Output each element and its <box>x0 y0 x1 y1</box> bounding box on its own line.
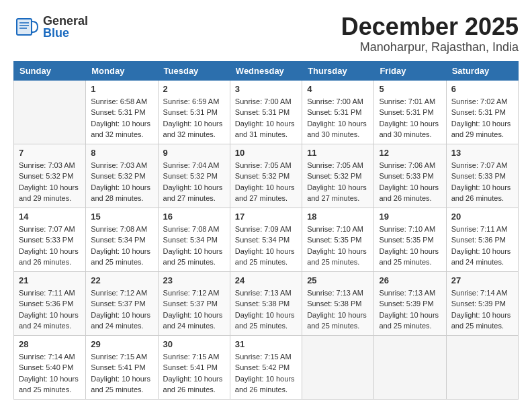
day-info: Sunrise: 7:08 AMSunset: 5:34 PMDaylight:… <box>163 224 225 268</box>
day-number: 12 <box>379 148 441 158</box>
day-number: 11 <box>307 148 369 158</box>
calendar-cell: 23Sunrise: 7:12 AMSunset: 5:37 PMDayligh… <box>158 271 230 335</box>
day-info: Sunrise: 7:02 AMSunset: 5:31 PMDaylight:… <box>451 96 513 140</box>
col-header-friday: Friday <box>374 61 446 80</box>
day-number: 25 <box>307 275 369 285</box>
calendar-week-row: 14Sunrise: 7:07 AMSunset: 5:33 PMDayligh… <box>14 208 519 271</box>
day-number: 13 <box>451 148 513 158</box>
day-info: Sunrise: 7:08 AMSunset: 5:34 PMDaylight:… <box>91 224 152 268</box>
day-number: 2 <box>163 84 225 94</box>
day-info: Sunrise: 7:13 AMSunset: 5:38 PMDaylight:… <box>235 287 297 332</box>
calendar-cell: 26Sunrise: 7:13 AMSunset: 5:39 PMDayligh… <box>374 271 446 335</box>
svg-rect-1 <box>17 19 32 35</box>
calendar-table: SundayMondayTuesdayWednesdayThursdayFrid… <box>13 61 519 400</box>
calendar-cell: 20Sunrise: 7:11 AMSunset: 5:36 PMDayligh… <box>446 208 518 271</box>
day-number: 22 <box>91 275 152 285</box>
calendar-cell <box>302 335 374 399</box>
day-number: 19 <box>379 212 441 222</box>
col-header-thursday: Thursday <box>302 61 374 80</box>
calendar-cell: 25Sunrise: 7:13 AMSunset: 5:38 PMDayligh… <box>302 271 374 335</box>
calendar-cell: 4Sunrise: 7:00 AMSunset: 5:31 PMDaylight… <box>302 80 374 144</box>
day-number: 10 <box>235 148 297 158</box>
day-number: 29 <box>91 339 152 349</box>
day-number: 15 <box>91 212 152 222</box>
logo-blue-text: Blue <box>43 27 88 39</box>
day-number: 24 <box>235 275 297 285</box>
page-header: General Blue December 2025 Manoharpur, R… <box>13 13 519 54</box>
day-info: Sunrise: 7:11 AMSunset: 5:36 PMDaylight:… <box>451 224 513 268</box>
day-info: Sunrise: 7:07 AMSunset: 5:33 PMDaylight:… <box>19 224 81 268</box>
col-header-wednesday: Wednesday <box>230 61 302 80</box>
calendar-cell: 7Sunrise: 7:03 AMSunset: 5:32 PMDaylight… <box>14 144 86 208</box>
logo-text: General Blue <box>43 15 88 39</box>
calendar-cell: 1Sunrise: 6:58 AMSunset: 5:31 PMDaylight… <box>86 80 158 144</box>
calendar-cell: 31Sunrise: 7:15 AMSunset: 5:42 PMDayligh… <box>230 335 302 399</box>
calendar-cell: 15Sunrise: 7:08 AMSunset: 5:34 PMDayligh… <box>86 208 158 271</box>
day-number: 26 <box>379 275 441 285</box>
day-info: Sunrise: 7:13 AMSunset: 5:38 PMDaylight:… <box>307 287 369 332</box>
calendar-week-row: 21Sunrise: 7:11 AMSunset: 5:36 PMDayligh… <box>14 271 519 335</box>
day-number: 4 <box>307 84 369 94</box>
calendar-cell: 16Sunrise: 7:08 AMSunset: 5:34 PMDayligh… <box>158 208 230 271</box>
day-info: Sunrise: 7:09 AMSunset: 5:34 PMDaylight:… <box>235 224 297 268</box>
calendar-cell: 28Sunrise: 7:14 AMSunset: 5:40 PMDayligh… <box>14 335 86 399</box>
day-number: 7 <box>19 148 81 158</box>
day-info: Sunrise: 6:59 AMSunset: 5:31 PMDaylight:… <box>163 96 225 140</box>
day-number: 30 <box>163 339 225 349</box>
col-header-saturday: Saturday <box>446 61 518 80</box>
day-info: Sunrise: 7:05 AMSunset: 5:32 PMDaylight:… <box>307 160 369 204</box>
day-number: 16 <box>163 212 225 222</box>
day-info: Sunrise: 7:13 AMSunset: 5:39 PMDaylight:… <box>379 287 441 332</box>
calendar-cell: 6Sunrise: 7:02 AMSunset: 5:31 PMDaylight… <box>446 80 518 144</box>
day-number: 8 <box>91 148 152 158</box>
calendar-cell: 3Sunrise: 7:00 AMSunset: 5:31 PMDaylight… <box>230 80 302 144</box>
day-number: 6 <box>451 84 513 94</box>
calendar-cell: 29Sunrise: 7:15 AMSunset: 5:41 PMDayligh… <box>86 335 158 399</box>
day-info: Sunrise: 7:11 AMSunset: 5:36 PMDaylight:… <box>19 287 81 332</box>
calendar-header-row: SundayMondayTuesdayWednesdayThursdayFrid… <box>14 61 519 80</box>
day-info: Sunrise: 7:12 AMSunset: 5:37 PMDaylight:… <box>91 287 152 332</box>
day-number: 18 <box>307 212 369 222</box>
day-number: 23 <box>163 275 225 285</box>
calendar-cell: 11Sunrise: 7:05 AMSunset: 5:32 PMDayligh… <box>302 144 374 208</box>
calendar-cell: 19Sunrise: 7:10 AMSunset: 5:35 PMDayligh… <box>374 208 446 271</box>
day-number: 20 <box>451 212 513 222</box>
day-info: Sunrise: 7:04 AMSunset: 5:32 PMDaylight:… <box>163 160 225 204</box>
day-info: Sunrise: 7:15 AMSunset: 5:41 PMDaylight:… <box>91 351 152 396</box>
calendar-cell <box>374 335 446 399</box>
calendar-cell: 24Sunrise: 7:13 AMSunset: 5:38 PMDayligh… <box>230 271 302 335</box>
calendar-cell: 10Sunrise: 7:05 AMSunset: 5:32 PMDayligh… <box>230 144 302 208</box>
day-info: Sunrise: 7:00 AMSunset: 5:31 PMDaylight:… <box>235 96 297 140</box>
calendar-week-row: 28Sunrise: 7:14 AMSunset: 5:40 PMDayligh… <box>14 335 519 399</box>
day-info: Sunrise: 7:10 AMSunset: 5:35 PMDaylight:… <box>379 224 441 268</box>
day-info: Sunrise: 7:06 AMSunset: 5:33 PMDaylight:… <box>379 160 441 204</box>
calendar-cell: 21Sunrise: 7:11 AMSunset: 5:36 PMDayligh… <box>14 271 86 335</box>
day-number: 21 <box>19 275 81 285</box>
calendar-cell <box>14 80 86 144</box>
day-info: Sunrise: 7:03 AMSunset: 5:32 PMDaylight:… <box>19 160 81 204</box>
logo-general-text: General <box>43 15 88 27</box>
day-number: 1 <box>91 84 152 94</box>
day-info: Sunrise: 7:01 AMSunset: 5:31 PMDaylight:… <box>379 96 441 140</box>
day-number: 9 <box>163 148 225 158</box>
calendar-cell: 22Sunrise: 7:12 AMSunset: 5:37 PMDayligh… <box>86 271 158 335</box>
day-info: Sunrise: 7:14 AMSunset: 5:40 PMDaylight:… <box>19 351 81 396</box>
col-header-sunday: Sunday <box>14 61 86 80</box>
day-number: 5 <box>379 84 441 94</box>
calendar-cell: 17Sunrise: 7:09 AMSunset: 5:34 PMDayligh… <box>230 208 302 271</box>
calendar-cell: 2Sunrise: 6:59 AMSunset: 5:31 PMDaylight… <box>158 80 230 144</box>
calendar-cell: 18Sunrise: 7:10 AMSunset: 5:35 PMDayligh… <box>302 208 374 271</box>
col-header-tuesday: Tuesday <box>158 61 230 80</box>
col-header-monday: Monday <box>86 61 158 80</box>
calendar-week-row: 1Sunrise: 6:58 AMSunset: 5:31 PMDaylight… <box>14 80 519 144</box>
calendar-cell: 30Sunrise: 7:15 AMSunset: 5:41 PMDayligh… <box>158 335 230 399</box>
calendar-cell: 9Sunrise: 7:04 AMSunset: 5:32 PMDaylight… <box>158 144 230 208</box>
calendar-cell: 5Sunrise: 7:01 AMSunset: 5:31 PMDaylight… <box>374 80 446 144</box>
calendar-cell: 14Sunrise: 7:07 AMSunset: 5:33 PMDayligh… <box>14 208 86 271</box>
day-info: Sunrise: 7:15 AMSunset: 5:42 PMDaylight:… <box>235 351 297 396</box>
calendar-cell: 12Sunrise: 7:06 AMSunset: 5:33 PMDayligh… <box>374 144 446 208</box>
day-info: Sunrise: 7:10 AMSunset: 5:35 PMDaylight:… <box>307 224 369 268</box>
calendar-week-row: 7Sunrise: 7:03 AMSunset: 5:32 PMDaylight… <box>14 144 519 208</box>
title-section: December 2025 Manoharpur, Rajasthan, Ind… <box>341 13 519 54</box>
day-info: Sunrise: 7:00 AMSunset: 5:31 PMDaylight:… <box>307 96 369 140</box>
